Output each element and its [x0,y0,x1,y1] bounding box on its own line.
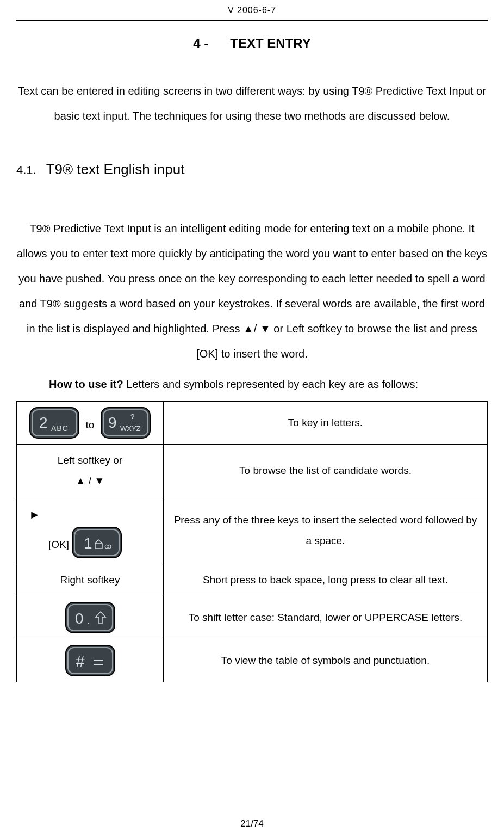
table-row: ► [OK] 1 ꝏ Press any of [17,497,488,564]
header-rule [16,20,488,21]
to-word: to [86,415,95,435]
svg-text:WXYZ: WXYZ [120,424,141,433]
desc-cell: To shift letter case: Standard, lower or… [164,596,488,639]
svg-text:?: ? [130,412,134,421]
key-9wxyz-icon: 9 ? WXYZ [101,407,151,439]
table-row: 2 ABC to 9 ? WXYZ To key in letters. [17,402,488,445]
svg-rect-0 [30,408,79,438]
key-cell: ► [OK] 1 ꝏ [17,497,164,564]
body-paragraph: T9® Predictive Text Input is an intellig… [16,216,488,366]
ok-label: [OK] [48,534,69,555]
howto-rest: Letters and symbols represented by each … [123,378,419,390]
table-row: 0 . To shift letter case: Standard, lowe… [17,596,488,639]
section-heading: 4.1. T9® text English input [16,161,488,178]
desc-cell: To key in letters. [164,402,488,445]
page-content: 4 - TEXT ENTRY Text can be entered in ed… [0,36,504,682]
key-cell: Left softkey or ▲ / ▼ [17,445,164,497]
svg-text:#: # [76,652,85,670]
svg-text:2: 2 [39,414,48,431]
page-number: 21/74 [0,818,504,829]
svg-rect-9 [72,527,121,558]
svg-text:.: . [87,615,90,626]
desc-cell: Short press to back space, long press to… [164,564,488,596]
chapter-num: 4 - [193,36,208,51]
key-2abc-icon: 2 ABC [29,407,79,439]
chapter-name: TEXT ENTRY [230,36,310,51]
section-num: 4.1. [16,163,36,177]
right-arrow-icon: ► [29,503,157,527]
svg-text:ꝏ: ꝏ [104,542,111,550]
desc-cell: To browse the list of candidate words. [164,445,488,497]
svg-rect-18 [66,645,115,676]
svg-text:1: 1 [84,535,92,552]
svg-text:9: 9 [108,414,117,431]
table-row: # To view the table of symbols and punct… [17,639,488,682]
header-version: V 2006-6-7 [0,0,504,20]
howto-label: How to use it? [49,378,123,390]
key-hash-icon: # [65,645,115,676]
svg-text:ABC: ABC [51,424,69,433]
table-row: Right softkey Short press to back space,… [17,564,488,596]
key-cell: 2 ABC to 9 ? WXYZ [17,402,164,445]
intro-paragraph: Text can be entered in editing screens i… [16,78,488,128]
key-0-shift-icon: 0 . [65,602,115,633]
desc-cell: Press any of the three keys to insert th… [164,497,488,564]
key-cell: 0 . [17,596,164,639]
svg-text:0: 0 [75,610,84,627]
section-title: T9® text English input [46,161,185,178]
key-table: 2 ABC to 9 ? WXYZ To key in letters. [16,401,488,682]
chapter-title: 4 - TEXT ENTRY [16,36,488,51]
desc-cell: To view the table of symbols and punctua… [164,639,488,682]
key-cell: Right softkey [17,564,164,596]
key-1-icon: 1 ꝏ [72,527,122,558]
table-row: Left softkey or ▲ / ▼ To browse the list… [17,445,488,497]
key-cell: # [17,639,164,682]
svg-rect-14 [66,602,115,633]
howto-line: How to use it? Letters and symbols repre… [16,372,488,397]
